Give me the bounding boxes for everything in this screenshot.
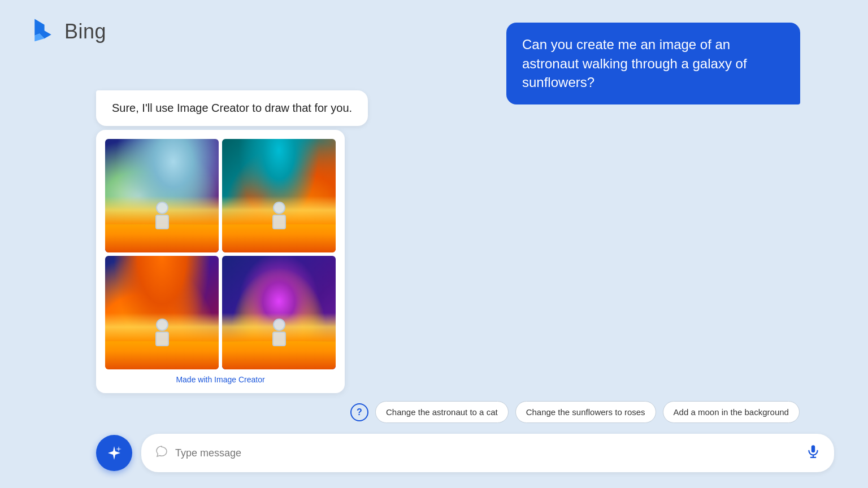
chat-icon bbox=[155, 445, 168, 461]
suggestion-chip-3[interactable]: Add a moon in the background bbox=[663, 401, 800, 423]
help-icon[interactable]: ? bbox=[350, 403, 368, 421]
image-creator-link[interactable]: Image Creator bbox=[214, 375, 264, 384]
message-input[interactable] bbox=[175, 447, 799, 459]
svg-rect-0 bbox=[811, 445, 815, 452]
message-input-box[interactable] bbox=[141, 434, 834, 472]
header: Bing bbox=[28, 17, 106, 46]
image-grid-container: Made with Image Creator bbox=[96, 130, 345, 393]
microphone-icon[interactable] bbox=[806, 444, 821, 462]
app-title: Bing bbox=[64, 20, 106, 43]
assistant-message-text: Sure, I'll use Image Creator to draw tha… bbox=[112, 102, 352, 114]
input-area bbox=[96, 434, 834, 472]
suggestions-area: ? Change the astronaut to a cat Change t… bbox=[350, 401, 834, 423]
suggestion-chip-2[interactable]: Change the sunflowers to roses bbox=[515, 401, 656, 423]
user-message-text: Can you create me an image of an astrona… bbox=[522, 37, 747, 90]
assistant-message-bubble: Sure, I'll use Image Creator to draw tha… bbox=[96, 90, 368, 126]
generated-image-3[interactable] bbox=[105, 256, 219, 369]
suggestion-chip-1[interactable]: Change the astronaut to a cat bbox=[375, 401, 509, 423]
generated-image-4[interactable] bbox=[222, 256, 336, 369]
generated-image-2[interactable] bbox=[222, 139, 336, 252]
sparkle-icon bbox=[105, 444, 123, 462]
generated-image-1[interactable] bbox=[105, 139, 219, 252]
bing-sparkle-button[interactable] bbox=[96, 435, 132, 471]
bing-logo-icon bbox=[28, 17, 58, 46]
user-message-bubble: Can you create me an image of an astrona… bbox=[506, 23, 800, 104]
image-grid bbox=[105, 139, 336, 369]
made-with-label: Made with Image Creator bbox=[105, 375, 336, 384]
